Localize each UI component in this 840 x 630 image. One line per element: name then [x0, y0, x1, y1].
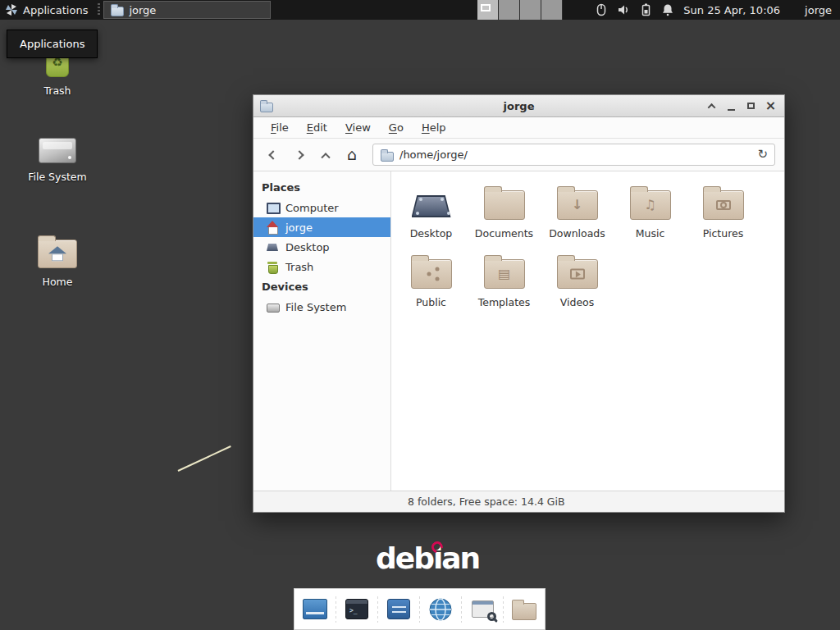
dock-separator — [336, 596, 336, 623]
file-item-templates[interactable]: Templates — [468, 253, 541, 308]
sidebar-item-label: Computer — [285, 202, 339, 214]
folder-icon — [411, 259, 452, 289]
sidebar-item-file-system[interactable]: File System — [253, 297, 390, 317]
emblem-camera-icon — [716, 200, 731, 210]
folder-icon — [557, 259, 598, 289]
home-button[interactable]: ⌂ — [341, 144, 363, 166]
dock-web-browser[interactable] — [424, 593, 457, 626]
file-item-music[interactable]: Music — [614, 184, 687, 240]
minimize-icon — [728, 109, 735, 111]
applications-tooltip: Applications — [7, 30, 98, 58]
window-folder-icon — [110, 3, 123, 16]
show-desktop-icon — [303, 599, 327, 619]
menubar: FileEditViewGoHelp — [253, 117, 784, 139]
file-label: Videos — [560, 296, 595, 308]
folder-icon — [630, 190, 671, 220]
file-label: Public — [416, 296, 446, 308]
debian-logo: debian — [376, 541, 479, 575]
workspace-2[interactable] — [499, 0, 520, 20]
menu-go[interactable]: Go — [380, 119, 413, 136]
file-item-videos[interactable]: Videos — [541, 253, 614, 308]
file-item-pictures[interactable]: Pictures — [687, 184, 760, 240]
battery-icon[interactable] — [638, 2, 653, 17]
up-icon — [321, 153, 330, 162]
menu-help[interactable]: Help — [413, 119, 455, 136]
dock-separator — [377, 596, 378, 623]
taskbar-window-button[interactable]: jorge — [103, 1, 271, 19]
emblem-share-icon — [427, 272, 431, 276]
dock-file-tools[interactable] — [382, 593, 415, 626]
pager-window-rect — [481, 4, 491, 11]
folder-icon — [703, 190, 744, 220]
up-button[interactable] — [315, 144, 336, 166]
sidebar-item-jorge[interactable]: jorge — [253, 217, 390, 237]
file-item-documents[interactable]: Documents — [468, 184, 541, 240]
dock-separator — [419, 596, 420, 623]
menu-edit[interactable]: Edit — [298, 119, 336, 136]
workspace-1[interactable] — [477, 0, 499, 20]
file-grid: DesktopDocumentsDownloadsMusicPicturesPu… — [391, 171, 784, 491]
mouse-settings-icon[interactable] — [594, 2, 609, 17]
forward-button[interactable] — [289, 144, 310, 166]
sidebar-item-desktop[interactable]: Desktop — [253, 237, 390, 257]
sidebar-item-computer[interactable]: Computer — [253, 198, 390, 217]
dock-app-finder[interactable] — [466, 593, 499, 626]
file-manager-window: jorge × FileEditViewGoHelp ⌂ /home/jorge… — [253, 94, 785, 513]
volume-icon[interactable] — [616, 2, 631, 17]
back-button[interactable] — [262, 144, 284, 166]
dock-separator — [461, 596, 462, 623]
devices-header: Devices — [253, 276, 390, 297]
desktop-icon-label: File System — [28, 171, 87, 183]
web-browser-globe-icon — [428, 597, 453, 622]
applications-icon — [5, 3, 18, 16]
panel-username[interactable]: jorge — [805, 4, 832, 16]
trash-icon — [266, 260, 279, 273]
folder-icon — [484, 259, 525, 289]
sidebar-item-label: Desktop — [285, 241, 330, 253]
menu-file[interactable]: File — [262, 119, 298, 136]
dock-file-manager[interactable] — [508, 593, 541, 626]
file-item-public[interactable]: Public — [395, 253, 468, 308]
emblem-templates-icon — [498, 267, 510, 281]
maximize-icon — [747, 103, 755, 109]
minimize-button[interactable] — [724, 98, 739, 114]
shade-button[interactable] — [704, 98, 719, 114]
file-manager-folder-icon — [512, 603, 536, 620]
file-label: Templates — [478, 296, 531, 308]
back-icon — [268, 150, 277, 159]
emblem-music-icon — [644, 199, 655, 212]
menu-view[interactable]: View — [336, 119, 380, 136]
titlebar[interactable]: jorge × — [253, 95, 784, 117]
notifications-bell-icon[interactable] — [660, 2, 675, 17]
window-body: Places ComputerjorgeDesktopTrash Devices… — [253, 171, 784, 491]
workspace-4[interactable] — [541, 0, 563, 20]
applications-menu-button[interactable]: Applications — [0, 0, 96, 20]
sidebar-item-trash[interactable]: Trash — [253, 257, 390, 276]
file-item-downloads[interactable]: Downloads — [541, 184, 614, 240]
dock-show-desktop[interactable] — [299, 593, 331, 626]
desktop-icon-file-system[interactable]: File System — [8, 138, 107, 183]
reload-button[interactable]: ↻ — [757, 148, 768, 161]
close-button[interactable]: × — [763, 98, 778, 114]
taskbar-window-label: jorge — [129, 4, 156, 16]
places-list: ComputerjorgeDesktopTrash — [253, 198, 390, 276]
folder-icon — [557, 190, 598, 220]
maximize-button[interactable] — [743, 98, 759, 114]
drive-icon — [39, 138, 76, 163]
location-bar[interactable]: /home/jorge/ ↻ — [372, 144, 775, 166]
location-folder-icon — [380, 148, 393, 162]
file-item-desktop[interactable]: Desktop — [395, 184, 468, 240]
sidebar-item-label: jorge — [285, 221, 313, 234]
applications-label: Applications — [23, 4, 88, 16]
dock-terminal[interactable]: >_ — [340, 593, 373, 626]
sidebar: Places ComputerjorgeDesktopTrash Devices… — [253, 171, 391, 491]
desktop-icon-home[interactable]: Home — [8, 240, 107, 288]
app-finder-icon — [472, 600, 494, 618]
panel-clock[interactable]: Sun 25 Apr, 10:06 — [683, 4, 780, 16]
house-icon — [48, 246, 66, 261]
folder-icon — [484, 190, 525, 220]
workspace-3[interactable] — [520, 0, 541, 20]
home-icon — [266, 221, 279, 234]
close-icon: × — [765, 99, 776, 112]
home-folder-icon — [38, 240, 77, 268]
